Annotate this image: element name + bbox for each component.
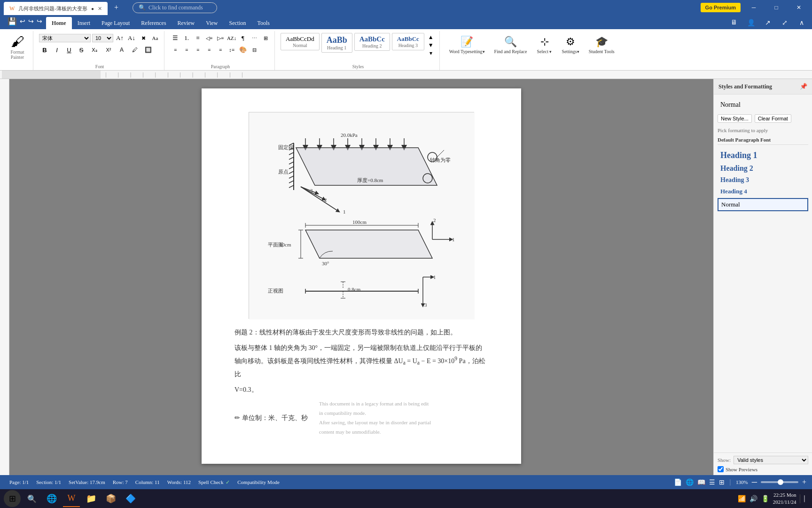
line-spacing-icon[interactable]: ↕≡ xyxy=(226,45,237,55)
premium-button[interactable]: Go Premium xyxy=(701,3,741,12)
change-case-icon[interactable]: Aa xyxy=(150,33,160,43)
close-tab-icon[interactable]: ✕ xyxy=(98,6,102,12)
show-marks-icon[interactable]: ¶ xyxy=(238,33,248,43)
style-item-h2[interactable]: Heading 2 xyxy=(718,162,808,175)
win-minimize[interactable]: ─ xyxy=(744,1,763,14)
bold-btn[interactable]: B xyxy=(39,45,50,55)
layout-focus-icon[interactable]: ⊞ xyxy=(719,478,725,486)
tab-view[interactable]: View xyxy=(200,17,223,29)
taskbar-edge-btn[interactable]: 🌐 xyxy=(43,490,60,507)
border-icon[interactable]: ⊞ xyxy=(260,33,271,43)
monitor-icon[interactable]: 🖥 xyxy=(727,16,741,29)
new-tab-btn[interactable]: + xyxy=(109,1,123,14)
para-settings-icon[interactable]: ⋯ xyxy=(249,33,259,43)
superscript-btn[interactable]: X² xyxy=(102,45,115,55)
page-status[interactable]: Page: 1/1 xyxy=(6,479,32,485)
search-area[interactable]: 🔍 Click to find commands xyxy=(133,2,217,13)
layout-outline-icon[interactable]: ☰ xyxy=(709,478,715,486)
text-color-btn[interactable]: A xyxy=(116,45,127,55)
zoom-minus-btn[interactable]: ─ xyxy=(752,478,757,486)
strikethrough-btn[interactable]: S xyxy=(76,45,87,55)
taskbar-start-btn[interactable]: ⊞ xyxy=(4,490,21,507)
numbering-icon[interactable]: 1. xyxy=(181,33,192,43)
redo-arrow[interactable]: ↪ xyxy=(37,17,42,25)
shading-icon[interactable]: 🎨 xyxy=(238,45,248,55)
word-typesetting-btn[interactable]: 📝 Word Typesetting▾ xyxy=(445,33,489,57)
subscript-btn[interactable]: X₂ xyxy=(88,45,101,55)
align-right-icon[interactable]: ≡ xyxy=(193,45,203,55)
compatibility-mode-status[interactable]: Compatibility Mode xyxy=(234,479,283,485)
tab-insert[interactable]: Insert xyxy=(72,17,96,29)
expand-icon[interactable]: ⤢ xyxy=(778,16,791,29)
panel-pin-icon[interactable]: 📌 xyxy=(800,83,807,90)
styles-more-btn[interactable]: ▲ ▼ ▾ xyxy=(426,33,436,58)
indent-decrease-icon[interactable]: ◁≡ xyxy=(204,33,214,43)
win-restore[interactable]: □ xyxy=(767,1,786,14)
taskbar-wps-btn[interactable]: W xyxy=(63,490,80,507)
undo-icon[interactable]: ↩ xyxy=(20,17,25,25)
user-icon[interactable]: 👤 xyxy=(744,16,757,29)
tab-references[interactable]: References xyxy=(135,17,172,29)
bullets-icon[interactable]: ☰ xyxy=(170,33,180,43)
taskbar-search-btn[interactable]: 🔍 xyxy=(23,490,40,507)
style-h1[interactable]: AaBb Heading 1 xyxy=(321,33,352,53)
format-painter-btn[interactable]: 🖌 FormatPainter xyxy=(6,31,29,70)
tab-home[interactable]: Home xyxy=(46,17,72,29)
zoom-slider[interactable] xyxy=(761,481,798,483)
highlight-btn[interactable]: 🖊 xyxy=(128,45,141,55)
layout-print-icon[interactable]: 📄 xyxy=(674,478,682,486)
win-close[interactable]: ✕ xyxy=(789,1,808,14)
clear-format-small-icon[interactable]: ✖ xyxy=(138,33,148,43)
align-center-icon[interactable]: ≡ xyxy=(181,45,192,55)
redo-icon[interactable]: ↪ xyxy=(28,17,34,25)
tab-page-layout[interactable]: Page Layout xyxy=(96,17,135,29)
taskbar-more-btn[interactable]: 🔷 xyxy=(122,490,139,507)
style-item-h4[interactable]: Heading 4 xyxy=(718,186,808,197)
clear-format-btn[interactable]: Clear Format xyxy=(755,114,791,123)
font-border-btn[interactable]: 🔲 xyxy=(142,45,154,55)
layout-web-icon[interactable]: 🌐 xyxy=(686,478,694,486)
underline-btn[interactable]: U xyxy=(63,45,75,55)
tab-section[interactable]: Section xyxy=(224,17,252,29)
new-style-btn[interactable]: New Style... xyxy=(718,114,752,123)
style-h2[interactable]: AaBbCc Heading 2 xyxy=(354,33,390,51)
style-item-h1[interactable]: Heading 1 xyxy=(718,149,808,162)
italic-btn[interactable]: I xyxy=(51,45,62,55)
style-item-normal[interactable]: Normal xyxy=(718,198,808,211)
spell-check-status[interactable]: Spell Check ✓ xyxy=(195,479,234,485)
taskbar-file-btn[interactable]: 📁 xyxy=(83,490,100,507)
indent-increase-icon[interactable]: ▷≡ xyxy=(215,33,226,43)
multilevel-icon[interactable]: ≡ xyxy=(193,33,203,43)
volume-icon[interactable]: 🔊 xyxy=(750,495,757,503)
save-icon[interactable]: 💾 xyxy=(8,17,17,26)
grow-font-icon[interactable]: A↑ xyxy=(115,33,125,43)
align-left-icon[interactable]: ≡ xyxy=(170,45,180,55)
doc-tab[interactable]: W 几何非线性问题-薄板的大变形 ● ✕ xyxy=(4,2,108,15)
tab-review[interactable]: Review xyxy=(172,17,201,29)
font-size-select[interactable]: 10 xyxy=(92,34,113,42)
doc-canvas[interactable]: 20.0kPa 固定端 xyxy=(9,79,713,475)
sort-icon[interactable]: AZ↓ xyxy=(226,33,237,43)
style-item-h3[interactable]: Heading 3 xyxy=(718,175,808,186)
style-normal[interactable]: AaBbCcDd Normal xyxy=(281,33,320,50)
network-icon[interactable]: 📶 xyxy=(738,495,746,503)
zoom-plus-btn[interactable]: + xyxy=(802,478,806,486)
share-icon[interactable]: ↗ xyxy=(761,16,774,29)
battery-icon[interactable]: 🔋 xyxy=(761,495,769,503)
show-select[interactable]: Valid styles xyxy=(734,456,808,464)
tab-tools[interactable]: Tools xyxy=(252,17,276,29)
shrink-font-icon[interactable]: A↓ xyxy=(126,33,137,43)
justify-icon[interactable]: ≡ xyxy=(204,45,214,55)
taskbar-misc-btn[interactable]: 📦 xyxy=(102,490,119,507)
select-btn[interactable]: ⊹ Select ▾ xyxy=(533,33,556,57)
command-search[interactable]: 🔍 Click to find commands xyxy=(133,2,217,13)
collapse-ribbon-icon[interactable]: ∧ xyxy=(795,16,808,29)
settings-btn[interactable]: ⚙ Settings▾ xyxy=(558,33,583,57)
clock-display[interactable]: 22:25 Mon 2021/11/24 xyxy=(773,492,796,506)
section-status[interactable]: Section: 1/1 xyxy=(32,479,65,485)
style-h3[interactable]: AaBbCc Heading 3 xyxy=(392,33,424,50)
show-previews-checkbox[interactable] xyxy=(718,466,724,472)
borders2-icon[interactable]: ⊟ xyxy=(249,45,259,55)
student-tools-btn[interactable]: 🎓 Student Tools xyxy=(585,33,618,57)
show-desktop-icon[interactable]: │ xyxy=(800,494,808,503)
